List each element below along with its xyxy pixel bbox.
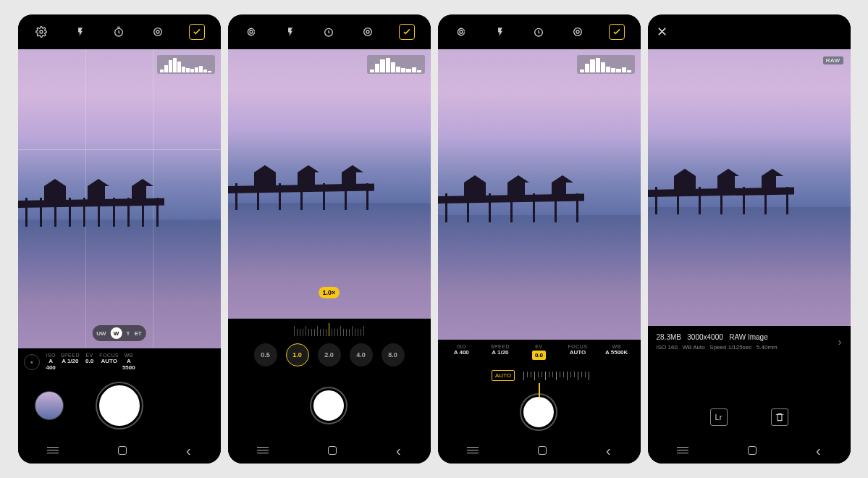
histogram: [367, 55, 425, 74]
zoom-8-0[interactable]: 8.0: [382, 343, 405, 366]
raw-toggle-icon[interactable]: [399, 24, 415, 40]
shutter-button[interactable]: [521, 395, 556, 429]
svg-point-11: [576, 30, 579, 33]
nav-home[interactable]: [118, 446, 127, 455]
nav-back[interactable]: [606, 443, 611, 459]
pro-params: ● ISOA 400 SPEEDA 1/20 EV0.0 FOCUSAUTO W…: [18, 348, 221, 374]
param-focus[interactable]: FOCUSAUTO: [560, 344, 596, 360]
svg-point-0: [40, 30, 43, 33]
screen-4-review: ✕ RAW 28.3MB 3000x4000 RAW Image ISO 160…: [648, 14, 851, 464]
review-topbar: ✕: [648, 14, 851, 49]
lens-w[interactable]: W: [111, 327, 122, 339]
param-focus[interactable]: FOCUSAUTO: [99, 353, 119, 371]
lens-selector[interactable]: UW W T ET: [92, 325, 146, 341]
gear-icon[interactable]: [33, 24, 49, 40]
svg-point-6: [364, 28, 372, 36]
ev-auto-button[interactable]: AUTO: [492, 370, 515, 381]
nav-home[interactable]: [328, 446, 337, 455]
top-toolbar: [438, 14, 641, 49]
spacer: [175, 391, 204, 420]
gear-icon[interactable]: [243, 24, 259, 40]
zoom-1-0[interactable]: 1.0: [286, 343, 309, 366]
flash-icon[interactable]: [72, 24, 88, 40]
close-icon[interactable]: ✕: [657, 24, 667, 40]
viewfinder[interactable]: UW W T ET: [18, 49, 221, 348]
param-wb[interactable]: WBA 5500K: [599, 344, 635, 360]
shutter-row: [18, 374, 221, 437]
param-iso[interactable]: ISOA 400: [444, 344, 480, 360]
param-speed[interactable]: SPEEDA 1/20: [61, 353, 80, 371]
viewfinder[interactable]: 1.0×: [228, 49, 431, 319]
android-navbar: [18, 437, 221, 464]
screenshots-row: UW W T ET ● ISOA 400 SPEEDA 1/20 EV0.0 F…: [18, 9, 851, 469]
raw-badge: RAW: [823, 56, 843, 64]
nav-recents[interactable]: [47, 450, 59, 451]
param-iso[interactable]: ISOA 400: [44, 353, 58, 371]
timer-icon[interactable]: [111, 24, 127, 40]
zoom-ruler[interactable]: [228, 324, 431, 336]
image-metadata[interactable]: 28.3MB 3000x4000 RAW Image ISO 160 WB Au…: [648, 326, 851, 358]
lens-et[interactable]: ET: [134, 330, 141, 337]
timer-icon[interactable]: [531, 24, 547, 40]
af-lock-button[interactable]: ●: [24, 354, 40, 370]
photo-preview[interactable]: RAW: [648, 49, 851, 326]
metering-icon[interactable]: [570, 24, 586, 40]
zoom-strip[interactable]: 0.5 1.0 2.0 4.0 8.0: [228, 319, 431, 374]
metering-icon[interactable]: [150, 24, 166, 40]
screen-3-ev: ISOA 400 SPEEDA 1/20 EV0.0 FOCUSAUTO WBA…: [438, 14, 641, 464]
lens-t[interactable]: T: [127, 330, 130, 337]
lens-uw[interactable]: UW: [96, 330, 106, 337]
raw-toggle-icon[interactable]: [189, 24, 205, 40]
nav-recents[interactable]: [467, 450, 479, 451]
svg-point-10: [574, 28, 582, 36]
shutter-button[interactable]: [311, 388, 346, 423]
histogram: [577, 55, 635, 74]
screen-1-pro-camera: UW W T ET ● ISOA 400 SPEEDA 1/20 EV0.0 F…: [18, 14, 221, 464]
svg-point-8: [460, 30, 463, 33]
scene-pier: [18, 178, 164, 220]
nav-recents[interactable]: [677, 450, 688, 451]
histogram: [157, 55, 215, 74]
svg-point-4: [250, 30, 253, 33]
param-ev[interactable]: EV0.0: [83, 353, 96, 371]
svg-point-3: [156, 30, 159, 33]
param-ev[interactable]: EV0.0: [521, 344, 557, 360]
ev-indicator: [539, 383, 540, 398]
zoom-0-5[interactable]: 0.5: [254, 343, 277, 366]
flash-icon[interactable]: [282, 24, 298, 40]
top-toolbar: [228, 14, 431, 49]
top-toolbar: [18, 14, 221, 49]
zoom-value-bubble: 1.0×: [319, 287, 340, 298]
chevron-right-icon[interactable]: ›: [838, 336, 842, 348]
raw-toggle-icon[interactable]: [609, 24, 625, 40]
metering-icon[interactable]: [360, 24, 376, 40]
nav-back[interactable]: [396, 443, 401, 459]
trash-icon[interactable]: [771, 408, 788, 426]
android-navbar: [228, 437, 431, 464]
lightroom-export-icon[interactable]: Lr: [710, 408, 728, 426]
param-wb[interactable]: WBA 5500: [122, 353, 135, 371]
nav-back[interactable]: [186, 443, 191, 459]
screen-2-zoom: 1.0× 0.5 1.0 2.0 4.0 8.0: [228, 14, 431, 464]
viewfinder[interactable]: [438, 49, 641, 340]
zoom-presets: 0.5 1.0 2.0 4.0 8.0: [228, 343, 431, 366]
svg-point-2: [154, 28, 162, 36]
gallery-thumbnail[interactable]: [35, 391, 64, 420]
gear-icon[interactable]: [453, 24, 469, 40]
nav-back[interactable]: [816, 443, 821, 459]
meta-line-2: ISO 160 WB Auto Speed 1/125sec 5.40mm: [657, 344, 778, 351]
android-navbar: [648, 437, 851, 464]
zoom-2-0[interactable]: 2.0: [318, 343, 341, 366]
pro-params: ISOA 400 SPEEDA 1/20 EV0.0 FOCUSAUTO WBA…: [438, 340, 641, 363]
param-speed[interactable]: SPEEDA 1/20: [482, 344, 518, 360]
nav-home[interactable]: [748, 446, 757, 455]
shutter-row: [228, 374, 431, 437]
svg-point-7: [366, 30, 369, 33]
zoom-4-0[interactable]: 4.0: [350, 343, 373, 366]
ev-slider[interactable]: AUTO: [438, 363, 641, 387]
nav-recents[interactable]: [257, 450, 269, 451]
shutter-button[interactable]: [97, 383, 142, 428]
timer-icon[interactable]: [321, 24, 337, 40]
nav-home[interactable]: [538, 446, 547, 455]
flash-icon[interactable]: [492, 24, 508, 40]
